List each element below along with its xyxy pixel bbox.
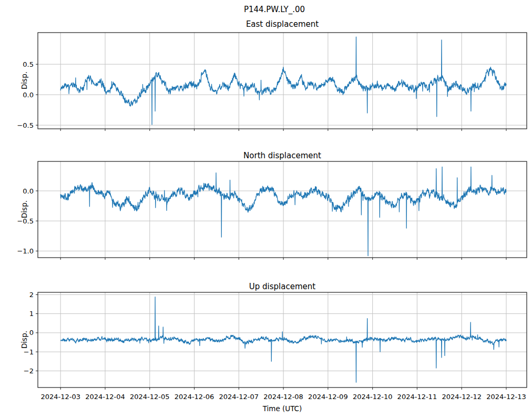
grid-lines [38,33,527,129]
chart-canvas: 0.50.0−0.50.0−0.5−1.0210−1−22024-12-0320… [0,0,532,418]
subplot-title-east: East displacement [246,19,319,29]
x-tick-label: 2024-12-11 [397,393,437,401]
x-tick-label: 2024-12-06 [175,393,214,401]
x-tick-label: 2024-12-13 [486,393,526,401]
figure-suptitle: P144.PW.LY_.00 [244,5,305,14]
y-tick-label: 0.0 [23,187,34,195]
displacement-figure: 0.50.0−0.50.0−0.5−1.0210−1−22024-12-0320… [0,0,532,418]
y-tick-label: 0 [29,329,34,337]
tick-marks [36,191,506,260]
x-tick-label: 2024-12-09 [308,393,348,401]
subplot-1: 0.0−0.5−1.0 [17,161,527,260]
subplot-title-north: North displacement [243,151,321,160]
y-tick-label: 2 [29,291,34,299]
x-axis-label: Time (UTC) [263,404,302,413]
y-tick-label: 0.5 [23,60,34,68]
y-tick-label: 0.0 [23,91,34,99]
y-axis-label-east: Disp. [20,72,28,89]
subplot-2: 210−1−2 [24,291,527,390]
y-tick-label: −1 [24,348,34,356]
x-tick-label: 2024-12-03 [40,393,80,401]
x-tick-label: 2024-12-07 [219,393,259,401]
subplot-0: 0.50.0−0.5 [17,33,527,131]
y-tick-label: −0.5 [17,121,34,129]
x-tick-label: 2024-12-10 [353,393,393,401]
x-tick-label: 2024-12-08 [263,393,303,401]
x-tick-label: 2024-12-12 [442,393,482,401]
y-axis-label-up: Disp. [20,331,28,349]
y-axis-label-north: Disp. [20,200,28,218]
subplot-title-up: Up displacement [249,282,315,291]
x-tick-label: 2024-12-05 [130,393,170,401]
y-tick-label: −1.0 [17,247,34,255]
axes-frame [38,33,527,129]
axes-frame [38,161,527,258]
y-tick-label: −2 [24,367,34,375]
tick-marks [36,64,506,131]
x-tick-labels: 2024-12-032024-12-042024-12-052024-12-06… [40,393,526,401]
y-tick-label: 1 [29,310,34,318]
grid-lines [38,161,527,258]
x-tick-label: 2024-12-04 [85,393,125,401]
